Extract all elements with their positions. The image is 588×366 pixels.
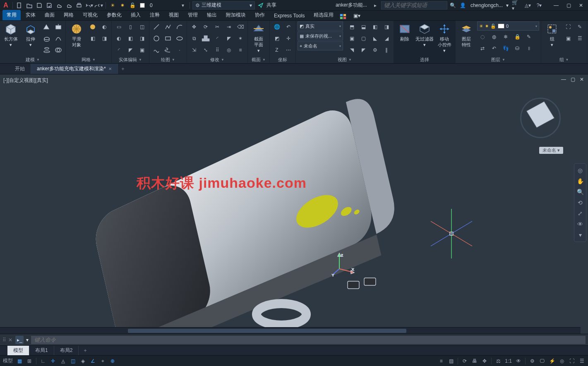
layer-color-swatch[interactable] — [138, 1, 146, 10]
status-workspace-icon[interactable]: ⚙ — [528, 357, 537, 365]
layer-lock-icon[interactable]: 🔓 — [128, 1, 137, 10]
view-top-icon[interactable]: ⬒ — [346, 22, 357, 32]
face-move-icon[interactable]: ▯ — [125, 22, 136, 32]
face-extrude-icon[interactable]: ▭ — [113, 22, 124, 32]
nav-pan-icon[interactable]: ✋ — [577, 178, 584, 184]
mirror-icon[interactable]: ▟▙ — [200, 33, 211, 44]
stretch-icon[interactable]: ⇲ — [189, 45, 199, 55]
ucs-world-icon[interactable]: 🌐 — [271, 22, 282, 32]
status-isolate-icon[interactable]: ◎ — [557, 357, 566, 365]
fillet-icon[interactable]: ◜ — [212, 33, 223, 44]
ribbon-tab-manage[interactable]: 管理 — [184, 10, 202, 20]
shell-icon[interactable]: ▣ — [137, 45, 147, 55]
nofilter-button[interactable]: 无过滤器▾ — [415, 22, 434, 48]
layer-state-icon[interactable]: ⛁ — [512, 43, 523, 54]
ribbon-tab-parametric[interactable]: 参数化 — [103, 10, 126, 20]
view-parallel-icon[interactable]: ∥ — [381, 45, 392, 55]
nav-orbit-icon[interactable]: ⟲ — [578, 199, 583, 206]
status-3dosnap-icon[interactable]: ◈ — [78, 357, 87, 365]
presspull-icon[interactable] — [53, 22, 64, 32]
box-button[interactable]: 长方体▾ — [2, 22, 20, 48]
layer-iso-icon[interactable]: ◍ — [489, 31, 499, 42]
view-swiso-icon[interactable]: ◣ — [370, 33, 380, 44]
qat-layer-dropdown-icon[interactable]: ▾ — [179, 1, 187, 10]
mesh-crease-icon[interactable]: ◨ — [99, 33, 110, 44]
erase-icon[interactable]: ⌫ — [235, 22, 246, 32]
polysolid-icon[interactable] — [41, 22, 52, 32]
view-manager-icon[interactable]: ⚙ — [370, 45, 380, 55]
face-color-icon[interactable]: ◨ — [137, 33, 147, 44]
workspace-picker[interactable]: ⚙ 三维建模 ▾ — [192, 1, 255, 10]
rectangle-icon[interactable] — [163, 33, 173, 44]
array-icon[interactable]: ⠿ — [212, 45, 223, 55]
status-ortho-icon[interactable]: ∟ — [38, 357, 48, 365]
ribbon-tab-home[interactable]: 常用 — [2, 10, 21, 20]
ribbon-tab-annotate[interactable]: 注释 — [146, 10, 164, 20]
rotate-icon[interactable]: ⟳ — [200, 22, 211, 32]
cmdline-prompt-icon[interactable]: ▸_ — [15, 336, 24, 344]
window-minimize-button[interactable]: — — [551, 1, 562, 10]
ucs-origin-icon[interactable]: ✛ — [283, 33, 294, 44]
named-view-picker[interactable]: ⌖ 未命名▾ — [298, 41, 343, 50]
ribbon-tab-mesh[interactable]: 网格 — [60, 10, 78, 20]
layer-lock2-icon[interactable]: 🔒 — [512, 31, 523, 42]
status-annovis-icon[interactable]: 👁 — [514, 357, 523, 365]
qat-saveas-icon[interactable] — [45, 1, 53, 10]
ribbon-tab-expresstools[interactable]: Express Tools — [270, 11, 309, 20]
explode-icon[interactable]: ✶ — [235, 33, 246, 44]
view-state-picker[interactable]: ▦ 未保存的视...▾ — [298, 31, 343, 41]
status-clean-icon[interactable]: ⛶ — [567, 357, 576, 365]
status-grid-icon[interactable]: ▦ — [15, 357, 24, 365]
nav-expand-icon[interactable]: ▾ — [579, 232, 582, 238]
extrude-button[interactable]: 拉伸▾ — [22, 22, 40, 48]
face-offset-icon[interactable]: ◫ — [137, 22, 147, 32]
help-icon[interactable]: ?▾ — [535, 1, 543, 10]
status-3dprint-icon[interactable]: 🖶 — [470, 357, 479, 365]
ribbon-apps-icon[interactable] — [338, 13, 348, 20]
ribbon-tab-output[interactable]: 输出 — [203, 10, 221, 20]
status-customize-icon[interactable]: ☰ — [577, 357, 586, 365]
extend-icon[interactable]: ⇥ — [223, 22, 234, 32]
view-left-icon[interactable]: ◧ — [370, 22, 380, 32]
mesh-convert-icon[interactable]: ◐ — [99, 22, 110, 32]
layout-tab-add-button[interactable]: ＋ — [79, 346, 92, 355]
nav-showall-icon[interactable]: ⤢ — [578, 210, 583, 217]
viewcube[interactable] — [518, 95, 563, 141]
status-annoscale-icon[interactable]: ⚖ — [494, 357, 503, 365]
title-search-input[interactable] — [381, 1, 447, 10]
ucs-3pt-icon[interactable]: ⋯ — [283, 45, 294, 55]
move-gizmo-button[interactable]: 移动 小控件▾ — [435, 22, 454, 54]
offset-icon[interactable]: ◎ — [223, 45, 234, 55]
view-bottom-icon[interactable]: ⬓ — [358, 22, 369, 32]
section-plane-button[interactable]: 截面 平面▾ — [250, 22, 268, 54]
spline-icon[interactable] — [151, 45, 162, 55]
status-ducs-icon[interactable]: ⌖ — [98, 357, 107, 365]
layer-freeze2-icon[interactable]: ❄ — [500, 31, 511, 42]
layer-match-icon[interactable]: ⇄ — [477, 43, 488, 54]
face-taper-icon[interactable]: ◧ — [125, 33, 136, 44]
share-button[interactable] — [257, 1, 265, 10]
status-model-button[interactable]: 模型 — [2, 357, 14, 365]
cmdline-grip-icon[interactable]: ⠿ ✕ — [2, 337, 13, 343]
move-icon[interactable]: ✥ — [189, 22, 199, 32]
nav-lookat-icon[interactable]: 👁 — [577, 221, 583, 227]
smooth-object-button[interactable]: 平滑 对象 — [67, 22, 86, 48]
polyline-icon[interactable] — [163, 22, 173, 32]
line-icon[interactable] — [151, 22, 162, 32]
status-osnap-icon[interactable]: ◫ — [68, 357, 77, 365]
ribbon-tab-surface[interactable]: 曲面 — [41, 10, 59, 20]
copy-icon[interactable]: ⧉ — [189, 33, 199, 44]
status-iso-icon[interactable]: ◬ — [58, 357, 67, 365]
arc-icon[interactable] — [174, 22, 185, 32]
drawing-area[interactable]: [-][自定义视图][真实] — ▢ ✕ — [0, 74, 588, 334]
status-snap-icon[interactable]: ⊞ — [25, 357, 34, 365]
layer-merge-icon[interactable]: ⫴ — [523, 43, 534, 54]
layer-picker[interactable]: ☀ ✷ 🔓 0 ▾ — [477, 22, 539, 31]
ribbon-tab-view[interactable]: 视图 — [165, 10, 183, 20]
loft-icon[interactable] — [41, 45, 52, 55]
ribbon-tab-solid[interactable]: 实体 — [22, 10, 40, 20]
trim-icon[interactable]: ✂ — [212, 22, 223, 32]
command-input[interactable] — [31, 336, 586, 344]
status-gizmo-icon[interactable]: ✥ — [480, 357, 489, 365]
status-dyn-icon[interactable]: ⊕ — [108, 357, 117, 365]
